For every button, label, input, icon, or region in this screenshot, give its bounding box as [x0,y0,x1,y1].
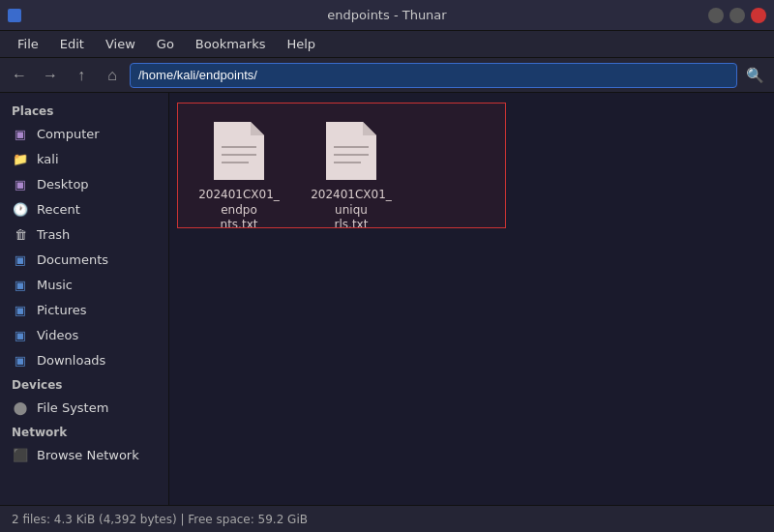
file-area: 202401CX01_endponts.txt 202401CX01_uniqu… [169,93,774,505]
txt-file-svg [214,122,264,180]
minimize-button[interactable] [708,8,724,23]
menu-help[interactable]: Help [277,34,325,54]
music-icon: ▣ [12,276,29,293]
sidebar-label-downloads: Downloads [37,353,105,368]
places-header: Places [0,99,168,121]
menu-go[interactable]: Go [147,34,184,54]
menu-view[interactable]: View [96,34,145,54]
toolbar: ← → ↑ ⌂ 🔍 [0,58,774,93]
home-button[interactable]: ⌂ [99,62,126,89]
sidebar-item-browse-network[interactable]: ⬛ Browse Network [0,442,168,467]
sidebar-item-computer[interactable]: ▣ Computer [0,121,168,146]
file-icon-endpoints [212,120,266,182]
documents-icon: ▣ [12,251,29,268]
videos-icon: ▣ [12,326,29,343]
status-text: 2 files: 4.3 KiB (4,392 bytes) | Free sp… [12,513,308,526]
clock-icon: 🕐 [12,200,29,218]
titlebar: endpoints - Thunar [0,0,774,31]
folder-icon: 📁 [12,150,29,167]
search-button[interactable]: 🔍 [741,62,768,89]
menubar: File Edit View Go Bookmarks Help [0,31,774,58]
up-button[interactable]: ↑ [68,62,95,89]
network-icon: ⬛ [12,446,29,463]
file-item-endpoints[interactable]: 202401CX01_endponts.txt [191,114,287,239]
sidebar-label-documents: Documents [37,252,108,267]
devices-header: Devices [0,372,168,395]
sidebar-label-browse-network: Browse Network [37,448,139,462]
sidebar-item-kali[interactable]: 📁 kali [0,146,168,171]
sidebar-label-videos: Videos [37,328,78,342]
sidebar-label-pictures: Pictures [37,303,86,317]
downloads-icon: ▣ [12,351,29,369]
sidebar-item-documents[interactable]: ▣ Documents [0,247,168,272]
sidebar-label-recent: Recent [37,202,80,217]
window-title: endpoints - Thunar [327,8,446,22]
file-name-uniqurls: 202401CX01_uniqurls.txt [309,188,394,233]
network-header: Network [0,420,168,442]
filesystem-icon: ⬤ [12,399,29,416]
svg-marker-1 [251,122,264,135]
sidebar-item-pictures[interactable]: ▣ Pictures [0,297,168,322]
menu-bookmarks[interactable]: Bookmarks [186,34,276,54]
search-icon: 🔍 [746,67,764,84]
sidebar-item-desktop[interactable]: ▣ Desktop [0,171,168,196]
sidebar-item-trash[interactable]: 🗑 Trash [0,222,168,247]
svg-marker-6 [363,122,376,135]
sidebar-label-trash: Trash [37,227,70,242]
sidebar-item-filesystem[interactable]: ⬤ File System [0,395,168,420]
desktop-icon: ▣ [12,175,29,192]
menu-file[interactable]: File [8,34,48,54]
maximize-button[interactable] [729,8,745,23]
txt-file-svg-2 [326,122,376,180]
statusbar: 2 files: 4.3 KiB (4,392 bytes) | Free sp… [0,505,774,532]
sidebar-item-recent[interactable]: 🕐 Recent [0,196,168,222]
pictures-icon: ▣ [12,301,29,318]
sidebar-label-filesystem: File System [37,400,108,415]
window-controls [708,8,766,23]
sidebar-label-music: Music [37,278,73,292]
trash-icon: 🗑 [12,225,29,243]
back-button[interactable]: ← [6,62,33,89]
close-button[interactable] [751,8,766,23]
files-grid: 202401CX01_endponts.txt 202401CX01_uniqu… [179,103,764,251]
computer-icon: ▣ [12,125,29,142]
sidebar-item-videos[interactable]: ▣ Videos [0,322,168,347]
sidebar-label-computer: Computer [37,127,100,141]
sidebar-label-desktop: Desktop [37,177,89,192]
file-icon-uniqurls [324,120,378,182]
sidebar-item-downloads[interactable]: ▣ Downloads [0,347,168,372]
file-name-endpoints: 202401CX01_endponts.txt [196,188,282,233]
menu-edit[interactable]: Edit [50,34,94,54]
address-bar[interactable] [130,63,737,88]
sidebar-item-music[interactable]: ▣ Music [0,272,168,297]
main-area: Places ▣ Computer 📁 kali ▣ Desktop 🕐 Rec… [0,93,774,505]
sidebar-label-kali: kali [37,152,59,166]
titlebar-left [8,9,21,22]
app-icon [8,9,21,22]
forward-button[interactable]: → [37,62,64,89]
sidebar: Places ▣ Computer 📁 kali ▣ Desktop 🕐 Rec… [0,93,169,505]
file-item-uniqurls[interactable]: 202401CX01_uniqurls.txt [303,114,400,239]
